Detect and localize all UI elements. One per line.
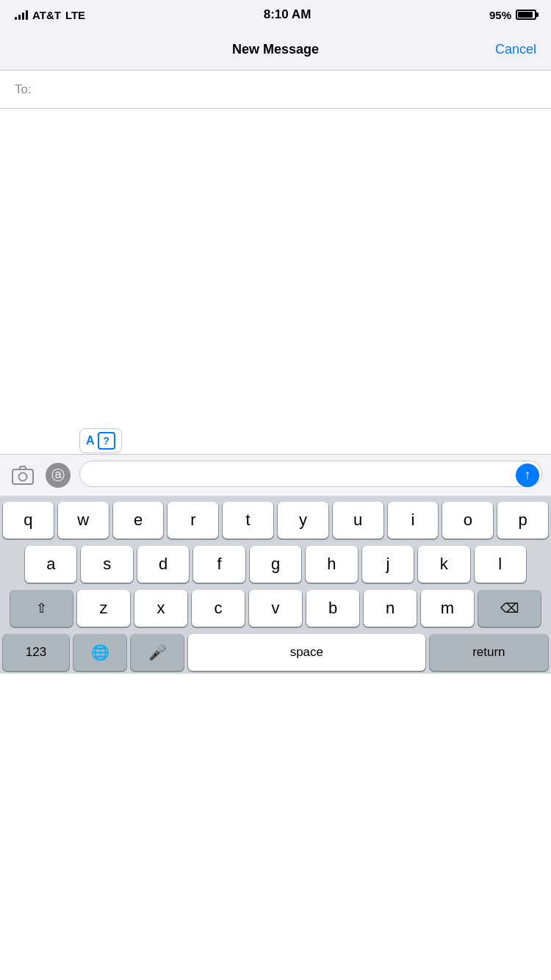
nav-bar: New Message Cancel [0, 29, 551, 71]
key-v[interactable]: v [249, 590, 302, 627]
format-a-button[interactable]: A [86, 434, 95, 447]
camera-icon [12, 466, 34, 485]
keyboard-row-4: 123 🌐 🎤 space return [3, 634, 548, 671]
key-w[interactable]: w [58, 502, 109, 538]
appstore-icon: ⓐ [46, 463, 71, 488]
key-l[interactable]: l [475, 546, 526, 583]
key-o[interactable]: o [442, 502, 493, 538]
key-n[interactable]: n [364, 590, 417, 627]
key-j[interactable]: j [362, 546, 414, 583]
carrier-label: AT&T [32, 9, 61, 21]
to-label: To: [15, 82, 32, 97]
key-mic[interactable]: 🎤 [131, 634, 184, 671]
key-delete[interactable]: ⌫ [478, 590, 541, 627]
key-g[interactable]: g [250, 546, 301, 583]
signal-bars-icon [15, 10, 28, 20]
status-left: AT&T LTE [15, 9, 85, 21]
key-u[interactable]: u [333, 502, 383, 538]
keyboard-row-3: ⇧ z x c v b n m ⌫ [3, 590, 548, 627]
svg-rect-0 [12, 469, 33, 484]
key-d[interactable]: d [137, 546, 189, 583]
key-b[interactable]: b [306, 590, 359, 627]
key-p[interactable]: p [497, 502, 548, 538]
key-return[interactable]: return [430, 634, 548, 671]
key-r[interactable]: r [168, 502, 218, 538]
message-body[interactable] [0, 109, 551, 454]
input-area: ⓐ A ? ↑ [0, 454, 551, 496]
status-time: 8:10 AM [264, 7, 311, 22]
nav-title: New Message [232, 42, 319, 57]
key-z[interactable]: z [77, 590, 130, 627]
key-t[interactable]: t [223, 502, 273, 538]
to-field-row: To: [0, 71, 551, 109]
key-shift[interactable]: ⇧ [10, 590, 73, 627]
message-text-input[interactable] [79, 461, 542, 487]
key-i[interactable]: i [388, 502, 439, 538]
svg-point-1 [19, 473, 27, 481]
send-button[interactable]: ↑ [516, 464, 539, 487]
format-q-button[interactable]: ? [98, 432, 115, 450]
message-input-wrapper: A ? ↑ [79, 461, 542, 490]
keyboard-row-1: q w e r t y u i o p [3, 502, 548, 538]
key-f[interactable]: f [193, 546, 245, 583]
key-m[interactable]: m [421, 590, 474, 627]
key-c[interactable]: c [192, 590, 245, 627]
send-arrow-icon: ↑ [525, 468, 531, 481]
key-h[interactable]: h [306, 546, 357, 583]
battery-percent: 95% [489, 9, 511, 21]
keyboard: q w e r t y u i o p a s d f g h j k l ⇧ … [0, 496, 551, 674]
status-right: 95% [489, 9, 536, 21]
key-123[interactable]: 123 [3, 634, 69, 671]
to-input[interactable] [37, 82, 536, 97]
appstore-button[interactable]: ⓐ [44, 461, 72, 489]
key-x[interactable]: x [134, 590, 187, 627]
key-a[interactable]: a [25, 546, 76, 583]
format-bar: A ? [79, 428, 122, 453]
status-bar: AT&T LTE 8:10 AM 95% [0, 0, 551, 29]
key-e[interactable]: e [113, 502, 164, 538]
network-label: LTE [65, 9, 85, 21]
key-y[interactable]: y [278, 502, 328, 538]
keyboard-row-2: a s d f g h j k l [3, 546, 548, 583]
key-k[interactable]: k [418, 546, 469, 583]
key-space[interactable]: space [188, 634, 425, 671]
battery-icon [516, 10, 536, 20]
key-globe[interactable]: 🌐 [73, 634, 126, 671]
key-q[interactable]: q [3, 502, 54, 538]
cancel-button[interactable]: Cancel [495, 42, 536, 57]
camera-button[interactable] [9, 461, 37, 489]
key-s[interactable]: s [81, 546, 132, 583]
